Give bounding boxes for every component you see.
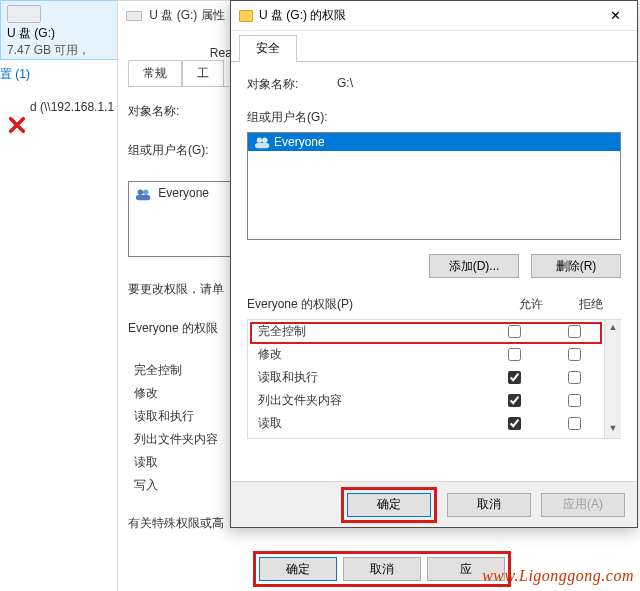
cancel-button[interactable]: 取消 [447, 493, 531, 517]
ok-button[interactable]: 确定 [347, 493, 431, 517]
perm-row: 读取 [248, 412, 604, 435]
close-button[interactable]: ✕ [593, 2, 637, 30]
folder-icon [239, 10, 253, 22]
permissions-title: U 盘 (G:) 的权限 [259, 7, 593, 24]
users-group-icon [254, 135, 272, 149]
apply-button[interactable]: 应用(A) [541, 493, 625, 517]
object-name-label: 对象名称: [247, 76, 337, 93]
permissions-grid: 完全控制修改读取和执行列出文件夹内容读取 ▲ ▼ [247, 319, 621, 439]
hdd-icon [126, 11, 142, 21]
drive-label: U 盘 (G:) [7, 26, 55, 40]
scroll-down-icon[interactable]: ▼ [605, 421, 621, 438]
add-button[interactable]: 添加(D)... [429, 254, 519, 278]
perm-name: 修改 [258, 346, 484, 363]
users-group-icon [135, 187, 153, 201]
remove-button[interactable]: 删除(R) [531, 254, 621, 278]
scrollbar[interactable]: ▲ ▼ [604, 320, 621, 438]
allow-checkbox[interactable] [508, 348, 521, 361]
svg-rect-5 [255, 143, 269, 148]
perm-name: 完全控制 [258, 323, 484, 340]
perm-row: 列出文件夹内容 [248, 389, 604, 412]
perm-row: 修改 [248, 343, 604, 366]
apply-button[interactable]: 应 [427, 557, 505, 581]
deny-checkbox[interactable] [568, 348, 581, 361]
allow-checkbox[interactable] [508, 325, 521, 338]
perm-name: 读取 [258, 415, 484, 432]
properties-buttons: 确定 取消 应 [253, 551, 511, 587]
permissions-dialog: U 盘 (G:) 的权限 ✕ 安全 对象名称: G:\ 组或用户名(G): Ev… [230, 0, 638, 528]
allow-checkbox[interactable] [508, 371, 521, 384]
svg-point-4 [262, 138, 267, 143]
hdd-icon [7, 5, 41, 23]
allow-checkbox[interactable] [508, 394, 521, 407]
allow-checkbox[interactable] [508, 417, 521, 430]
deny-checkbox[interactable] [568, 417, 581, 430]
group-list[interactable]: Everyone [247, 132, 621, 240]
group-users-label: 组或用户名(G): [247, 109, 621, 126]
object-name-value: G:\ [337, 76, 353, 93]
error-x-icon [8, 116, 26, 134]
config-link[interactable]: 置 (1) [0, 66, 30, 83]
perm-row: 完全控制 [248, 320, 604, 343]
svg-point-3 [257, 138, 262, 143]
deny-checkbox[interactable] [568, 371, 581, 384]
perm-name: 读取和执行 [258, 369, 484, 386]
perm-name: 列出文件夹内容 [258, 392, 484, 409]
scroll-up-icon[interactable]: ▲ [605, 320, 621, 337]
ok-highlight: 确定 [341, 487, 437, 523]
svg-point-0 [138, 189, 143, 194]
cancel-button[interactable]: 取消 [343, 557, 421, 581]
svg-point-1 [143, 189, 148, 194]
ok-button[interactable]: 确定 [259, 557, 337, 581]
group-everyone[interactable]: Everyone [158, 186, 209, 200]
tab-tools[interactable]: 工 [182, 60, 224, 86]
group-everyone[interactable]: Everyone [248, 133, 620, 151]
permissions-titlebar[interactable]: U 盘 (G:) 的权限 ✕ [231, 1, 637, 31]
perm-row: 读取和执行 [248, 366, 604, 389]
network-drive-item[interactable]: d (\\192.168.1.1 [30, 100, 114, 114]
perm-header: Everyone 的权限(P) [247, 296, 501, 313]
svg-rect-2 [136, 195, 150, 200]
deny-checkbox[interactable] [568, 325, 581, 338]
col-allow: 允许 [501, 296, 561, 313]
tab-security[interactable]: 安全 [239, 35, 297, 62]
drive-capacity: 7.47 GB 可用， [7, 42, 111, 59]
deny-checkbox[interactable] [568, 394, 581, 407]
permissions-footer: 确定 取消 应用(A) [231, 481, 637, 527]
col-deny: 拒绝 [561, 296, 621, 313]
drive-tile[interactable]: U 盘 (G:) 7.47 GB 可用， [0, 0, 118, 60]
tab-general[interactable]: 常规 [128, 60, 182, 86]
